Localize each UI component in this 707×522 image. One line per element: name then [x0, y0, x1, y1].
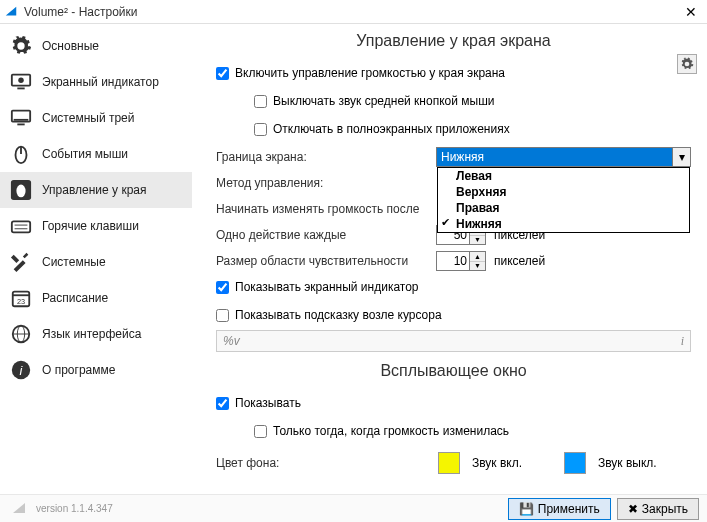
save-icon: 💾 [519, 502, 534, 516]
border-option-top[interactable]: Верхняя [438, 184, 689, 200]
content: Управление у края экрана Включить управл… [192, 24, 707, 494]
area-unit: пикселей [494, 254, 545, 268]
sound-off-label: Звук выкл. [598, 456, 657, 470]
edge-settings-button[interactable] [677, 54, 697, 74]
sidebar: Основные Экранный индикатор Системный тр… [0, 24, 192, 494]
sidebar-item-general[interactable]: Основные [0, 28, 192, 64]
sidebar-item-label: Системный трей [42, 111, 135, 125]
calendar-icon: 23 [10, 287, 32, 309]
border-dropdown: Левая Верхняя Правая Нижняя [437, 167, 690, 233]
disable-fullscreen-checkbox[interactable]: Отключать в полноэкранных приложениях [254, 122, 510, 136]
sidebar-item-label: Расписание [42, 291, 108, 305]
mute-middle-checkbox[interactable]: Выключать звук средней кнопкой мыши [254, 94, 494, 108]
method-label: Метод управления: [216, 176, 436, 190]
svg-rect-11 [12, 221, 30, 232]
spin-up-icon[interactable]: ▲ [470, 252, 485, 262]
border-option-bottom[interactable]: Нижняя [438, 216, 689, 232]
sidebar-item-label: События мыши [42, 147, 128, 161]
section-popup-title: Всплывающее окно [216, 362, 691, 380]
show-osd-checkbox[interactable]: Показывать экранный индикатор [216, 280, 419, 294]
app-icon [4, 5, 18, 19]
area-label: Размер области чувствительности [216, 254, 436, 268]
sidebar-item-label: Системные [42, 255, 106, 269]
keyboard-icon [10, 215, 32, 237]
close-button[interactable]: ✕ [679, 0, 703, 24]
bgcolor-label: Цвет фона: [216, 456, 316, 470]
titlebar: Volume² - Настройки ✕ [0, 0, 707, 24]
sidebar-item-hotkeys[interactable]: Горячие клавиши [0, 208, 192, 244]
hint-format-text: %v [223, 334, 240, 348]
sidebar-item-about[interactable]: i О программе [0, 352, 192, 388]
svg-marker-22 [13, 503, 25, 513]
sidebar-item-label: Экранный индикатор [42, 75, 159, 89]
sidebar-item-mouse[interactable]: События мыши [0, 136, 192, 172]
svg-rect-6 [14, 119, 29, 121]
sidebar-item-label: Язык интерфейса [42, 327, 141, 341]
svg-point-3 [18, 77, 24, 83]
app-icon [8, 501, 30, 517]
spin-down-icon[interactable]: ▼ [470, 262, 485, 271]
sidebar-item-label: Управление у края [42, 183, 146, 197]
enable-edge-checkbox[interactable]: Включить управление громкостью у края эк… [216, 66, 505, 80]
border-combo[interactable]: Нижняя ▾ Левая Верхняя Правая Нижняя [436, 147, 691, 167]
tools-icon [10, 251, 32, 273]
gear-icon [10, 35, 32, 57]
svg-marker-0 [6, 6, 17, 15]
info-icon: i [10, 359, 32, 381]
hint-format-box[interactable]: %v i [216, 330, 691, 352]
sidebar-item-system[interactable]: Системные [0, 244, 192, 280]
svg-point-10 [16, 185, 25, 198]
delay-label: Начинать изменять громкость после [216, 202, 419, 216]
sound-on-color[interactable] [438, 452, 460, 474]
info-icon[interactable]: i [681, 334, 684, 349]
border-label: Граница экрана: [216, 150, 436, 164]
mouse-edge-icon [10, 179, 32, 201]
monitor-icon [10, 71, 32, 93]
border-combo-value: Нижняя [437, 148, 672, 166]
step-label: Одно действие каждые [216, 228, 436, 242]
svg-rect-2 [17, 88, 24, 90]
footer: version 1.1.4.347 💾 Применить ✖ Закрыть [0, 494, 707, 522]
sound-off-color[interactable] [564, 452, 586, 474]
window-title: Volume² - Настройки [24, 5, 679, 19]
only-changed-checkbox[interactable]: Только тогда, когда громкость изменилась [254, 424, 509, 438]
close-icon: ✖ [628, 502, 638, 516]
area-spinner[interactable]: ▲▼ [436, 251, 486, 271]
sound-on-label: Звук вкл. [472, 456, 552, 470]
chevron-down-icon[interactable]: ▾ [672, 148, 690, 166]
sidebar-item-tray[interactable]: Системный трей [0, 100, 192, 136]
mouse-icon [10, 143, 32, 165]
tray-icon [10, 107, 32, 129]
sidebar-item-language[interactable]: Язык интерфейса [0, 316, 192, 352]
sidebar-item-osd[interactable]: Экранный индикатор [0, 64, 192, 100]
sidebar-item-label: Горячие клавиши [42, 219, 139, 233]
area-input[interactable] [437, 252, 469, 270]
border-option-right[interactable]: Правая [438, 200, 689, 216]
sidebar-item-schedule[interactable]: 23 Расписание [0, 280, 192, 316]
sidebar-item-label: Основные [42, 39, 99, 53]
globe-icon [10, 323, 32, 345]
section-edge-title: Управление у края экрана [216, 32, 691, 50]
sidebar-item-label: О программе [42, 363, 115, 377]
sidebar-item-edge[interactable]: Управление у края [0, 172, 192, 208]
svg-rect-5 [17, 124, 24, 126]
apply-button[interactable]: 💾 Применить [508, 498, 611, 520]
version-label: version 1.1.4.347 [36, 503, 113, 514]
close-button[interactable]: ✖ Закрыть [617, 498, 699, 520]
svg-text:23: 23 [17, 297, 25, 306]
show-hint-checkbox[interactable]: Показывать подсказку возле курсора [216, 308, 442, 322]
spin-down-icon[interactable]: ▼ [470, 236, 485, 245]
border-option-left[interactable]: Левая [438, 168, 689, 184]
show-popup-checkbox[interactable]: Показывать [216, 396, 301, 410]
